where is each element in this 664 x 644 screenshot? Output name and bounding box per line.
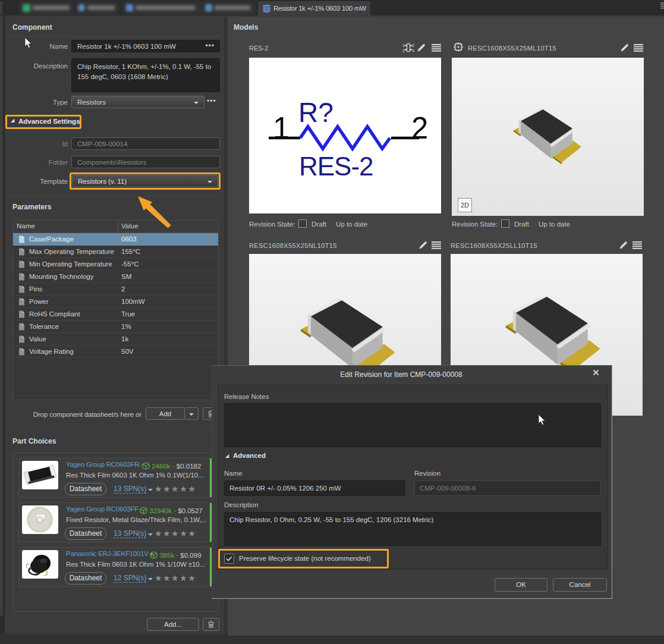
svg-text:2: 2 [413, 43, 415, 48]
svg-text:R?: R? [298, 97, 333, 128]
svg-text:RES-2: RES-2 [299, 152, 373, 181]
svg-text:1: 1 [273, 111, 289, 145]
svg-text:2: 2 [411, 111, 428, 145]
svg-text:1: 1 [402, 43, 405, 48]
svg-text:4: 4 [413, 49, 415, 53]
svg-text:3: 3 [402, 49, 405, 53]
